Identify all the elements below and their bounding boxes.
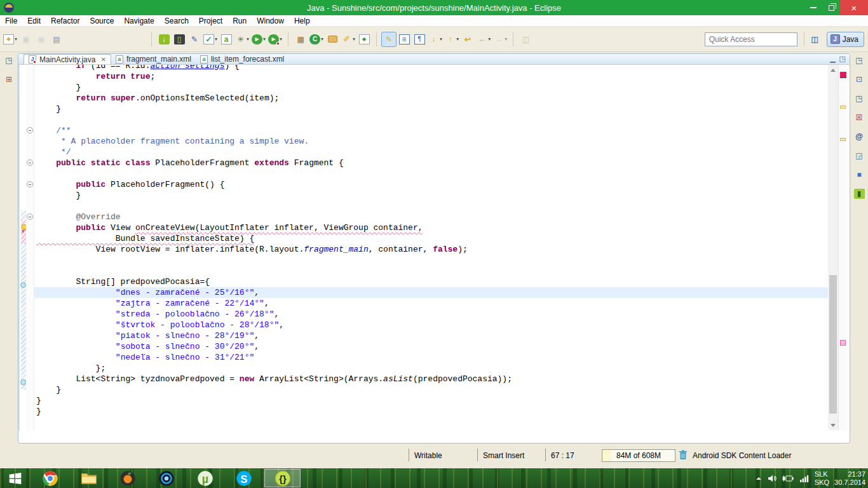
volume-icon[interactable] bbox=[767, 473, 777, 484]
fold-collapse-icon[interactable] bbox=[27, 127, 33, 133]
code-line[interactable]: */ bbox=[34, 147, 828, 158]
quick-access-input[interactable] bbox=[705, 32, 797, 46]
vertical-scrollbar-thumb[interactable] bbox=[829, 275, 837, 414]
dropdown-arrow-icon[interactable]: ▾ bbox=[488, 36, 491, 42]
dropdown-arrow-icon[interactable]: ▾ bbox=[247, 36, 249, 42]
code-line[interactable] bbox=[34, 201, 828, 212]
annotation-ruler[interactable]: x bbox=[18, 65, 26, 430]
new-class-button[interactable]: C▾ bbox=[308, 32, 325, 47]
package-explorer-shortcut[interactable]: ⊞ bbox=[2, 72, 16, 86]
menu-source[interactable]: Source bbox=[85, 15, 119, 27]
code-line[interactable]: } bbox=[34, 104, 828, 114]
android-sdk-manager-button[interactable]: ↓ bbox=[156, 32, 172, 47]
battery-icon[interactable] bbox=[782, 475, 794, 482]
code-line[interactable]: "nedeľa - slnečno - 31°/21°" bbox=[34, 352, 828, 363]
tab-list-item-forecast-xml[interactable]: alist_item_forecast.xml bbox=[196, 54, 288, 64]
new-android-project-button[interactable]: a bbox=[219, 32, 234, 47]
last-edit-location-button[interactable]: ↩ bbox=[460, 32, 475, 47]
restore-views-button[interactable]: ◳ bbox=[852, 53, 866, 67]
dropdown-arrow-icon[interactable]: ▾ bbox=[440, 36, 442, 42]
outline-view-shortcut[interactable]: ⊡ bbox=[852, 72, 866, 86]
tab-mainactivity-java[interactable]: JMainActivity.java✕ bbox=[24, 54, 111, 64]
code-content[interactable]: if (id == R.id.action_settings) { return… bbox=[34, 65, 828, 417]
code-line[interactable] bbox=[34, 266, 828, 276]
code-line[interactable]: } bbox=[34, 82, 828, 93]
print-button[interactable]: ▤ bbox=[49, 32, 64, 47]
run-check-button[interactable]: ✓▾ bbox=[202, 32, 219, 47]
code-line[interactable]: * A placeholder fragment containing a si… bbox=[34, 136, 828, 147]
next-annotation-button[interactable]: ↓▾ bbox=[427, 32, 444, 47]
menu-edit[interactable]: Edit bbox=[22, 15, 46, 27]
overview-ruler[interactable] bbox=[838, 65, 847, 430]
clock[interactable]: 21:37 30.7.2014 bbox=[834, 470, 865, 487]
open-type-button[interactable]: ◆ bbox=[356, 32, 372, 47]
taskbar-eclipse[interactable]: {} bbox=[264, 469, 301, 487]
fold-collapse-icon[interactable] bbox=[27, 214, 33, 220]
code-line[interactable]: "sobota - slnečno - 30°/20°", bbox=[34, 341, 828, 352]
menu-navigate[interactable]: Navigate bbox=[119, 15, 159, 27]
language-indicator[interactable]: SLK SKQ bbox=[815, 470, 829, 487]
declaration-view-shortcut[interactable]: ◲ bbox=[852, 149, 866, 163]
menu-refactor[interactable]: Refactor bbox=[46, 15, 85, 27]
mark-occurrences-button[interactable]: ✎ bbox=[381, 32, 397, 47]
save-button[interactable]: ▣ bbox=[18, 32, 34, 47]
folding-ruler[interactable] bbox=[26, 65, 34, 430]
show-whitespace-button[interactable]: ¶ bbox=[412, 32, 427, 47]
close-tab-icon[interactable]: ✕ bbox=[100, 56, 105, 63]
console-view-shortcut[interactable]: ■ bbox=[852, 168, 866, 182]
overview-marker-occurrence[interactable] bbox=[840, 105, 846, 109]
maximize-button[interactable] bbox=[822, 0, 840, 15]
avd-manager-button[interactable]: ▯ bbox=[172, 32, 187, 47]
code-line[interactable]: } bbox=[34, 395, 828, 406]
back-button[interactable]: ←▾ bbox=[475, 32, 492, 47]
code-viewport[interactable]: if (id == R.id.action_settings) { return… bbox=[34, 65, 828, 430]
external-tools-button[interactable]: ▶▾ bbox=[267, 32, 283, 47]
code-line[interactable] bbox=[34, 255, 828, 266]
tab-fragment-main-xml[interactable]: afragment_main.xml bbox=[111, 54, 196, 64]
scroll-down-arrow[interactable] bbox=[828, 420, 838, 430]
menu-window[interactable]: Window bbox=[252, 15, 289, 27]
menu-run[interactable]: Run bbox=[227, 15, 252, 27]
code-line[interactable]: "streda - polooblačno - 26°/18°", bbox=[34, 309, 828, 320]
code-line[interactable]: public View onCreateView(LayoutInflater … bbox=[34, 222, 828, 233]
overview-marker-error-status[interactable] bbox=[840, 72, 846, 78]
dropdown-arrow-icon[interactable]: ▾ bbox=[15, 36, 17, 42]
menu-search[interactable]: Search bbox=[159, 15, 194, 27]
menu-file[interactable]: File bbox=[0, 15, 22, 27]
overview-marker-occurrence[interactable] bbox=[840, 138, 846, 141]
vertical-scrollbar[interactable] bbox=[828, 65, 838, 430]
search-button[interactable]: ✐▾ bbox=[340, 32, 356, 47]
code-line[interactable]: "zajtra - zamračené - 22°/14°", bbox=[34, 298, 828, 309]
start-button[interactable] bbox=[0, 468, 31, 488]
javadoc-view-shortcut[interactable]: @ bbox=[852, 130, 866, 144]
minimize-editor-icon[interactable]: ▁ bbox=[830, 55, 835, 63]
fold-collapse-icon[interactable] bbox=[27, 181, 33, 187]
close-button[interactable]: × bbox=[840, 0, 868, 15]
maximize-editor-icon[interactable]: ◳ bbox=[839, 55, 846, 63]
taskbar-file-explorer[interactable] bbox=[71, 469, 107, 487]
debug-button[interactable]: ✳▾ bbox=[234, 32, 250, 47]
taskbar-media-app[interactable] bbox=[148, 469, 184, 487]
code-line[interactable]: "piatok - slnečno - 28°/19°", bbox=[34, 330, 828, 341]
lint-button[interactable]: ✎ bbox=[187, 32, 202, 47]
taskbar-chrome[interactable] bbox=[32, 469, 68, 487]
menu-help[interactable]: Help bbox=[289, 15, 315, 27]
minimize-button[interactable] bbox=[804, 0, 822, 15]
dropdown-arrow-icon[interactable]: ▾ bbox=[215, 36, 217, 42]
dropdown-arrow-icon[interactable]: ▾ bbox=[505, 36, 507, 42]
code-line[interactable]: Bundle savedInstanceState) { bbox=[34, 233, 828, 244]
code-line[interactable]: return super.onOptionsItemSelected(item)… bbox=[34, 93, 828, 104]
network-signal-icon[interactable] bbox=[799, 475, 810, 482]
open-perspective-button[interactable]: ◫ bbox=[810, 34, 820, 44]
current-code-line[interactable]: "dnes - zamračené - 25°/16°", bbox=[34, 287, 828, 298]
garbage-collect-button[interactable] bbox=[679, 450, 688, 461]
show-hidden-icons-button[interactable] bbox=[756, 477, 762, 480]
menu-project[interactable]: Project bbox=[194, 15, 227, 27]
new-button[interactable]: ✦▾ bbox=[2, 32, 18, 47]
code-line[interactable]: String[] predpovedPocasia={ bbox=[34, 276, 828, 287]
code-line[interactable]: List<String> tyzdnovaPredpoved = new Arr… bbox=[34, 374, 828, 384]
dropdown-arrow-icon[interactable]: ▾ bbox=[280, 36, 282, 42]
code-line[interactable]: } bbox=[34, 190, 828, 201]
code-line[interactable]: return true; bbox=[34, 71, 828, 82]
dropdown-arrow-icon[interactable]: ▾ bbox=[321, 36, 323, 42]
